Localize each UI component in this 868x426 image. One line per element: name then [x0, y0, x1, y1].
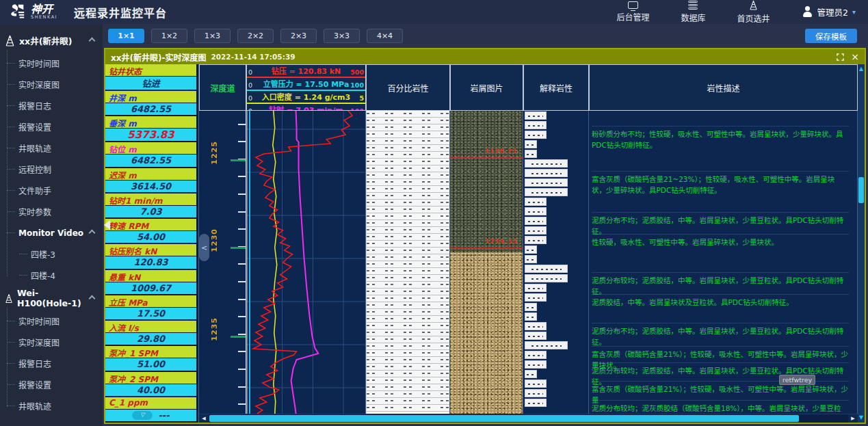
curve-track	[246, 111, 366, 414]
parameter-block: 泵冲_1 SPM ▽ 51.00	[105, 346, 196, 371]
layout-tab[interactable]: 2×2	[237, 29, 274, 43]
depth-minor-ticks	[238, 111, 246, 414]
interpreted-lith-header: 解释岩性	[523, 64, 589, 111]
lith-block	[525, 332, 547, 340]
well-name: xx井(新井眼)	[19, 34, 73, 47]
sidebar-well-2[interactable]: Wei-H100(Hole-1)	[0, 286, 103, 310]
photo-depth-line	[450, 157, 523, 159]
chevron-down-icon: ▾	[852, 8, 856, 16]
sidebar-item[interactable]: 四楼-3	[0, 243, 103, 265]
nav-database[interactable]: 数据库	[681, 1, 705, 23]
depth-track-header: 深度道	[199, 64, 246, 111]
parameter-value: 120.83	[133, 257, 168, 267]
scroll-right-icon[interactable]: ▶	[848, 414, 858, 423]
layout-tab[interactable]: 1×3	[194, 29, 231, 43]
curve-legend-row: 0 钻压 = 120.83 kN 500	[247, 65, 365, 78]
parameter-value: 1009.67	[131, 283, 171, 293]
depth-major-tick	[231, 336, 246, 338]
sidebar-well-1[interactable]: xx井(新井眼)	[0, 28, 103, 53]
photo-depth-label: 1219.55	[485, 238, 518, 245]
lith-description-text: 泥质胶结，中等。岩屑呈块状及豆粒状。具PDC钻头切削特征。	[592, 294, 849, 308]
sidebar-item[interactable]: 报警日志	[0, 353, 103, 374]
shenkai-logo-icon	[8, 3, 26, 21]
layout-tab[interactable]: 1×2	[151, 29, 187, 43]
sidebar-item[interactable]: 远程控制	[0, 159, 103, 180]
cuttings-photo-header: 岩屑图片	[450, 64, 523, 111]
layout-tab[interactable]: 2×3	[280, 29, 317, 43]
nav-home-well[interactable]: 首页选井	[737, 0, 770, 24]
lith-block	[525, 111, 547, 120]
close-icon[interactable]: ×	[851, 52, 859, 62]
curve-legend-row: 0 入口密度 = 1.24 g/cm3 5	[247, 91, 365, 104]
chart-grid: 深度道 0 钻压 = 120.83 kN 500	[198, 64, 858, 423]
sidebar-item[interactable]: 实时深度图	[0, 74, 103, 95]
curve-legend-text: 立管压力 = 17.50 MPa	[263, 78, 350, 89]
vertical-scroll-thumb[interactable]	[858, 177, 864, 203]
lith-block	[525, 169, 568, 177]
layout-tab[interactable]: 3×3	[324, 29, 360, 43]
lith-block	[525, 159, 568, 168]
expand-icon[interactable]	[837, 53, 844, 61]
database-icon	[688, 1, 698, 10]
collapse-caret-icon	[89, 295, 96, 302]
curve-legend-row: 0 钻时 = 7.03 min/m 100	[247, 104, 365, 111]
dropdown-button[interactable]: ▽	[132, 411, 153, 420]
lith-block	[525, 274, 568, 282]
sidebar-item[interactable]: 井眼轨迹	[0, 137, 103, 159]
sidebar-item[interactable]: 文件助手	[0, 180, 103, 201]
lith-description-text: 泥质分布不均；泥质胶结，中等。岩屑呈块状，少量豆粒状。具PDC钻头切削特征。	[592, 212, 849, 237]
interpreted-lith-track	[523, 111, 589, 414]
horizontal-scroll-thumb[interactable]	[209, 415, 799, 422]
sidebar-item[interactable]: 报警日志	[0, 95, 103, 116]
parameter-value-row: ▽ 5373.83	[105, 129, 196, 141]
horizontal-scrollbar[interactable]: ◀ ▶	[199, 414, 858, 423]
top-header: 神开 SHENKAI 远程录井监控平台 后台管理 数据库 首页选井	[0, 0, 868, 24]
sidebar-item-label: 实时时间图	[18, 315, 60, 327]
parameter-value-row: ▽ 29.80	[105, 333, 196, 345]
sidebar-item[interactable]: 井眼轨迹	[0, 395, 103, 416]
nav-admin-label: 后台管理	[616, 11, 649, 23]
sidebar-item-label: 四楼-4	[31, 269, 55, 281]
scroll-up-icon[interactable]: ▲	[858, 64, 865, 72]
sidebar-item[interactable]: 实时时间图	[0, 310, 103, 332]
save-template-button[interactable]: 保存模板	[805, 29, 857, 43]
parameter-block: 迟深 m ▽ 3614.50	[105, 168, 196, 194]
parameter-value: 6482.55	[131, 155, 171, 165]
lith-block	[525, 370, 537, 378]
sidebar-item-label: 井眼轨迹	[18, 142, 51, 154]
scroll-down-icon[interactable]: ▼	[858, 413, 865, 421]
parameter-block: 钻井状态 ▽ 钻进	[105, 64, 196, 91]
sidebar-item[interactable]: 报警设置	[0, 116, 103, 137]
parameter-label: 钻时1 min/m	[105, 194, 196, 205]
parameter-block: 入流 l/s ▽ 29.80	[105, 321, 196, 346]
chevron-down-icon: ▽	[140, 412, 144, 418]
lith-block	[525, 265, 568, 273]
layout-tabs-row: 1×1 1×2 1×3 2×2 2×3	[103, 24, 868, 48]
user-menu[interactable]: 管理员2 ▾	[802, 5, 856, 18]
parameter-value-row: ▽ 7.03	[105, 206, 196, 217]
parameter-label: 泵冲_2 SPM	[105, 372, 196, 384]
lith-description-text: 泥质分布较均；泥灰质胶结（碳酸钙含量18%），中等。岩屑呈块状，少量豆粒状。具P…	[592, 400, 849, 414]
vertical-scrollbar[interactable]: ▲ ▼	[858, 64, 865, 423]
sidebar-item-label: 报警设置	[18, 121, 51, 133]
parameter-value-row: ▽ 54.00	[105, 231, 196, 243]
layout-tab[interactable]: 1×1	[108, 29, 144, 43]
curve-legend-text: 钻压 = 120.83 kN	[272, 65, 341, 76]
sidebar-item[interactable]: 四楼-4	[0, 265, 103, 286]
lith-block	[525, 341, 568, 349]
parameter-value: 54.00	[137, 232, 165, 242]
panel-collapse-arrow-icon[interactable]	[104, 220, 110, 230]
nav-admin[interactable]: 后台管理	[616, 1, 649, 23]
sidebar-item[interactable]: 实时深度图	[0, 332, 103, 353]
parameter-block: 悬重 kN ▽ 1009.67	[105, 270, 196, 295]
sidebar-item[interactable]: 报警设置	[0, 374, 103, 395]
sidebar-item[interactable]: 实时参数	[0, 201, 103, 222]
lith-block	[525, 284, 547, 292]
track-collapse-handle[interactable]: <	[199, 234, 209, 261]
layout-tab[interactable]: 4×4	[367, 29, 403, 43]
sidebar-item[interactable]: Monitor Video	[0, 222, 103, 243]
sidebar-item-label: 实时深度图	[18, 79, 60, 90]
sidebar-item[interactable]: 实时时间图	[0, 53, 103, 74]
panel-timestamp: 2022-11-14 17:05:39	[211, 53, 295, 61]
scroll-left-icon[interactable]: ◀	[199, 414, 209, 423]
